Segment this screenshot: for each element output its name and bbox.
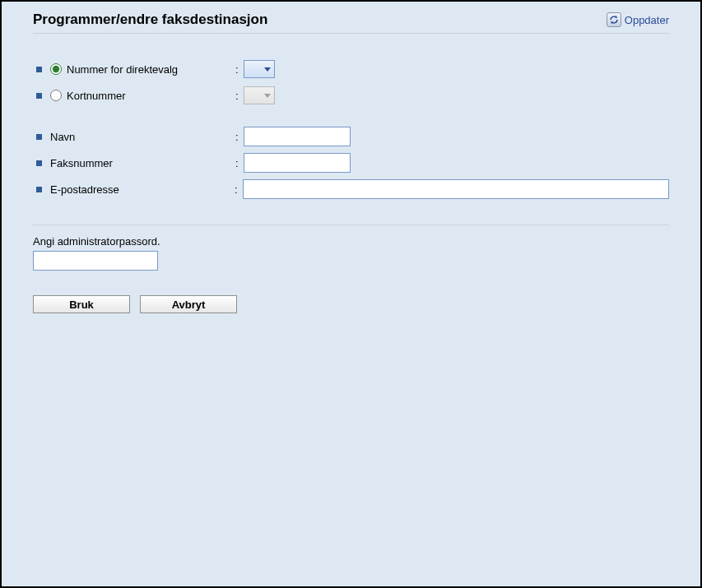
label-direct-dial: Nummer for direktevalg — [67, 63, 178, 76]
bullet-icon — [36, 134, 42, 140]
row-direct-dial: Nummer for direktevalg : — [33, 57, 669, 81]
row-fax: Faksnummer : — [33, 150, 669, 175]
refresh-icon — [607, 12, 621, 27]
select-short-number — [244, 86, 275, 104]
colon: : — [235, 90, 244, 102]
chevron-down-icon — [263, 91, 272, 100]
label-fax: Faksnummer — [50, 157, 113, 169]
email-input[interactable] — [243, 179, 669, 199]
colon: : — [235, 157, 244, 169]
row-short-number: Kortnummer : — [33, 83, 669, 108]
chevron-down-icon — [263, 65, 272, 73]
colon: : — [235, 131, 244, 143]
admin-password-input[interactable] — [33, 251, 158, 271]
select-direct-dial[interactable] — [244, 60, 275, 78]
bullet-icon — [36, 67, 42, 72]
label-short-number: Kortnummer — [67, 90, 126, 102]
bullet-icon — [36, 160, 42, 166]
radio-direct-dial[interactable]: Nummer for direktevalg — [50, 63, 178, 76]
apply-button[interactable]: Bruk — [33, 295, 130, 313]
admin-password-prompt: Angi administratorpassord. — [33, 235, 669, 248]
bullet-icon — [36, 187, 42, 192]
fax-input[interactable] — [244, 153, 351, 173]
row-name: Navn : — [33, 124, 669, 149]
divider — [33, 225, 669, 225]
refresh-label: Oppdater — [625, 14, 669, 26]
row-email: E-postadresse : — [33, 177, 669, 201]
label-name: Navn — [50, 131, 75, 143]
button-row: Bruk Avbryt — [33, 295, 669, 313]
page-title: Programmer/endre faksdestinasjon — [33, 12, 267, 28]
form-area: Nummer for direktevalg : Kortnummer — [33, 34, 669, 313]
colon: : — [235, 183, 243, 196]
radio-short-number-input[interactable] — [50, 90, 62, 101]
colon: : — [235, 63, 244, 76]
label-email: E-postadresse — [50, 183, 119, 196]
refresh-link[interactable]: Oppdater — [607, 12, 669, 27]
cancel-button[interactable]: Avbryt — [140, 295, 237, 313]
radio-direct-dial-input[interactable] — [50, 63, 62, 75]
bullet-icon — [36, 93, 42, 99]
header-row: Programmer/endre faksdestinasjon Oppdate… — [33, 8, 669, 34]
name-input[interactable] — [244, 127, 351, 146]
radio-short-number[interactable]: Kortnummer — [50, 90, 126, 102]
